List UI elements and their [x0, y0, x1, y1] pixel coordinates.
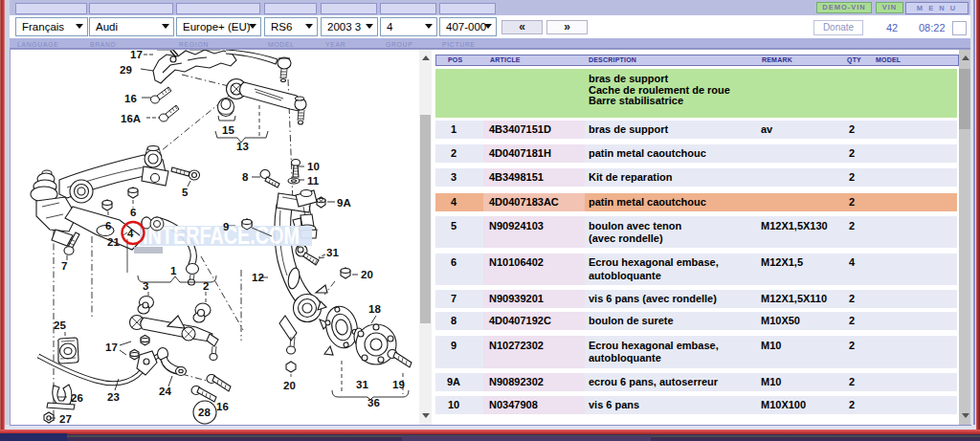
svg-text:20: 20 — [283, 380, 296, 391]
svg-text:19: 19 — [392, 379, 405, 390]
svg-text:INTERFACE.COM: INTERFACE.COM — [143, 222, 300, 249]
svg-text:10: 10 — [307, 161, 320, 172]
svg-text:21: 21 — [107, 236, 120, 248]
svg-text:23: 23 — [107, 391, 120, 403]
svg-text:31: 31 — [356, 379, 368, 390]
svg-text:13: 13 — [236, 141, 249, 152]
svg-text:27: 27 — [59, 413, 72, 425]
svg-text:24: 24 — [159, 386, 171, 397]
svg-text:11: 11 — [307, 175, 320, 187]
svg-text:9: 9 — [223, 221, 229, 232]
svg-text:17: 17 — [130, 50, 143, 60]
svg-text:12: 12 — [252, 272, 264, 283]
svg-text:31: 31 — [326, 247, 339, 258]
svg-text:28: 28 — [198, 407, 211, 418]
svg-text:4: 4 — [127, 228, 134, 239]
svg-text:16: 16 — [216, 401, 229, 412]
svg-text:15: 15 — [222, 124, 234, 136]
svg-text:2: 2 — [203, 280, 209, 292]
svg-text:1: 1 — [170, 265, 177, 276]
svg-text:7: 7 — [61, 260, 67, 272]
svg-text:26: 26 — [71, 392, 83, 404]
svg-text:8: 8 — [242, 171, 249, 183]
svg-text:16: 16 — [124, 93, 137, 104]
svg-text:36: 36 — [368, 397, 380, 408]
svg-text:18: 18 — [368, 303, 381, 315]
svg-text:17: 17 — [105, 342, 118, 353]
svg-text:9A: 9A — [337, 197, 351, 209]
svg-text:3: 3 — [143, 280, 148, 292]
svg-text:5: 5 — [182, 187, 189, 198]
svg-text:16A: 16A — [121, 113, 141, 124]
svg-text:25: 25 — [54, 320, 66, 331]
svg-text:6: 6 — [105, 220, 111, 232]
svg-text:20: 20 — [361, 269, 373, 280]
svg-text:29: 29 — [120, 64, 132, 76]
svg-text:6: 6 — [130, 207, 136, 218]
